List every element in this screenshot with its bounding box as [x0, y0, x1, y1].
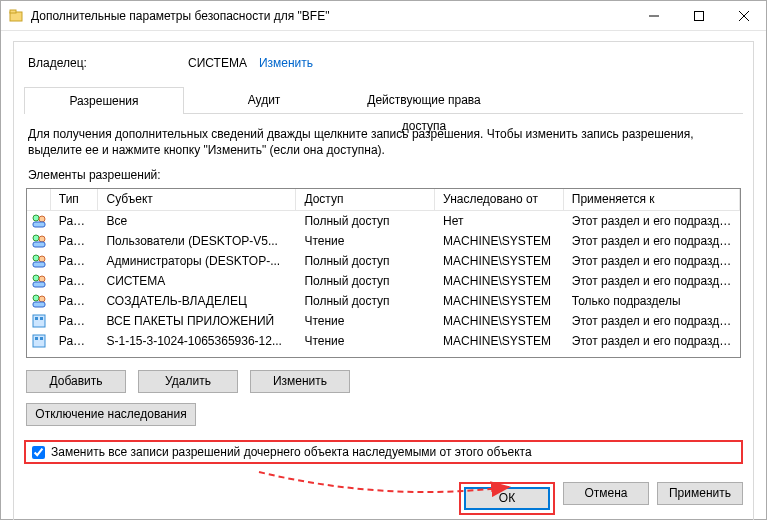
- svg-point-13: [39, 256, 45, 262]
- table-row[interactable]: Разр...СОЗДАТЕЛЬ-ВЛАДЕЛЕЦПолный доступMA…: [27, 291, 740, 311]
- cell-access: Полный доступ: [296, 214, 435, 228]
- col-subject[interactable]: Субъект: [98, 189, 296, 211]
- cell-access: Полный доступ: [296, 274, 435, 288]
- disable-inheritance-button[interactable]: Отключение наследования: [26, 403, 196, 426]
- tabs: Разрешения Аудит Действующие права досту…: [24, 86, 743, 114]
- titlebar: Дополнительные параметры безопасности дл…: [1, 1, 766, 31]
- principal-icon: [27, 333, 51, 349]
- hint-text: Для получения дополнительных сведений дв…: [28, 126, 739, 158]
- svg-rect-25: [35, 337, 38, 340]
- cell-access: Чтение: [296, 314, 435, 328]
- svg-rect-20: [33, 302, 45, 307]
- svg-point-15: [33, 275, 39, 281]
- cell-applies: Этот раздел и его подразделы: [564, 254, 740, 268]
- disable-inheritance-row: Отключение наследования: [26, 403, 741, 426]
- svg-rect-8: [33, 222, 45, 227]
- cell-applies: Этот раздел и его подразделы: [564, 214, 740, 228]
- cell-inherited: MACHINE\SYSTEM: [435, 254, 564, 268]
- window-controls: [631, 1, 766, 31]
- section-label: Элементы разрешений:: [28, 168, 739, 182]
- tab-audit[interactable]: Аудит: [184, 86, 344, 113]
- add-button[interactable]: Добавить: [26, 370, 126, 393]
- svg-rect-24: [33, 335, 45, 347]
- cell-type: Разр...: [51, 334, 99, 348]
- owner-value: СИСТЕМА: [188, 56, 247, 70]
- svg-point-10: [39, 236, 45, 242]
- ok-button[interactable]: ОК: [464, 487, 550, 510]
- svg-rect-26: [40, 337, 43, 340]
- cell-inherited: MACHINE\SYSTEM: [435, 234, 564, 248]
- cell-subject: Все: [98, 214, 296, 228]
- ok-highlight-frame: ОК: [459, 482, 555, 515]
- col-access[interactable]: Доступ: [296, 189, 435, 211]
- cell-inherited: MACHINE\SYSTEM: [435, 314, 564, 328]
- cell-inherited: MACHINE\SYSTEM: [435, 294, 564, 308]
- cell-subject: ВСЕ ПАКЕТЫ ПРИЛОЖЕНИЙ: [98, 314, 296, 328]
- cancel-button[interactable]: Отмена: [563, 482, 649, 505]
- maximize-button[interactable]: [676, 1, 721, 31]
- cell-applies: Этот раздел и его подразделы: [564, 334, 740, 348]
- table-row[interactable]: Разр...S-1-15-3-1024-1065365936-12...Чте…: [27, 331, 740, 351]
- change-owner-link[interactable]: Изменить: [259, 56, 313, 70]
- cell-type: Разр...: [51, 294, 99, 308]
- cell-inherited: MACHINE\SYSTEM: [435, 274, 564, 288]
- cell-type: Разр...: [51, 214, 99, 228]
- col-applies[interactable]: Применяется к: [564, 189, 740, 211]
- owner-label: Владелец:: [28, 56, 188, 70]
- permissions-list[interactable]: Тип Субъект Доступ Унаследовано от Приме…: [26, 188, 741, 358]
- replace-child-permissions-checkbox[interactable]: [32, 446, 45, 459]
- svg-point-12: [33, 255, 39, 261]
- owner-row: Владелец: СИСТЕМА Изменить: [24, 56, 743, 70]
- cell-type: Разр...: [51, 254, 99, 268]
- col-inherited[interactable]: Унаследовано от: [435, 189, 564, 211]
- tab-effective-access[interactable]: Действующие права доступа: [344, 86, 504, 113]
- cell-subject: Пользователи (DESKTOP-V5...: [98, 234, 296, 248]
- cell-type: Разр...: [51, 234, 99, 248]
- cell-inherited: MACHINE\SYSTEM: [435, 334, 564, 348]
- svg-rect-11: [33, 242, 45, 247]
- replace-child-permissions-label: Заменить все записи разрешений дочернего…: [51, 445, 532, 459]
- table-row[interactable]: Разр...СИСТЕМАПолный доступMACHINE\SYSTE…: [27, 271, 740, 291]
- window: Дополнительные параметры безопасности дл…: [0, 0, 767, 520]
- principal-icon: [27, 313, 51, 329]
- cell-inherited: Нет: [435, 214, 564, 228]
- principal-icon: [27, 233, 51, 249]
- action-buttons: Добавить Удалить Изменить: [26, 370, 741, 393]
- main-panel: Владелец: СИСТЕМА Изменить Разрешения Ау…: [13, 41, 754, 520]
- cell-type: Разр...: [51, 314, 99, 328]
- cell-applies: Этот раздел и его подразделы: [564, 234, 740, 248]
- svg-rect-17: [33, 282, 45, 287]
- principal-icon: [27, 293, 51, 309]
- cell-access: Чтение: [296, 234, 435, 248]
- svg-rect-21: [33, 315, 45, 327]
- dialog-buttons: ОК Отмена Применить: [24, 482, 743, 515]
- minimize-button[interactable]: [631, 1, 676, 31]
- col-type[interactable]: Тип: [51, 189, 99, 211]
- svg-rect-22: [35, 317, 38, 320]
- cell-applies: Только подразделы: [564, 294, 740, 308]
- cell-subject: СИСТЕМА: [98, 274, 296, 288]
- apply-button[interactable]: Применить: [657, 482, 743, 505]
- cell-subject: S-1-15-3-1024-1065365936-12...: [98, 334, 296, 348]
- principal-icon: [27, 253, 51, 269]
- remove-button[interactable]: Удалить: [138, 370, 238, 393]
- table-row[interactable]: Разр...Администраторы (DESKTOP-...Полный…: [27, 251, 740, 271]
- principal-icon: [27, 273, 51, 289]
- table-row[interactable]: Разр...ВСЕ ПАКЕТЫ ПРИЛОЖЕНИЙЧтениеMACHIN…: [27, 311, 740, 331]
- table-row[interactable]: Разр...Пользователи (DESKTOP-V5...Чтение…: [27, 231, 740, 251]
- table-row[interactable]: Разр...ВсеПолный доступНетЭтот раздел и …: [27, 211, 740, 231]
- svg-point-19: [39, 296, 45, 302]
- cell-subject: СОЗДАТЕЛЬ-ВЛАДЕЛЕЦ: [98, 294, 296, 308]
- edit-button[interactable]: Изменить: [250, 370, 350, 393]
- cell-subject: Администраторы (DESKTOP-...: [98, 254, 296, 268]
- replace-child-permissions-row[interactable]: Заменить все записи разрешений дочернего…: [24, 440, 743, 464]
- svg-rect-1: [10, 10, 16, 13]
- cell-access: Полный доступ: [296, 294, 435, 308]
- svg-rect-3: [694, 11, 703, 20]
- principal-icon: [27, 213, 51, 229]
- cell-type: Разр...: [51, 274, 99, 288]
- cell-applies: Этот раздел и его подразделы: [564, 314, 740, 328]
- svg-point-6: [33, 215, 39, 221]
- close-button[interactable]: [721, 1, 766, 31]
- tab-permissions[interactable]: Разрешения: [24, 87, 184, 114]
